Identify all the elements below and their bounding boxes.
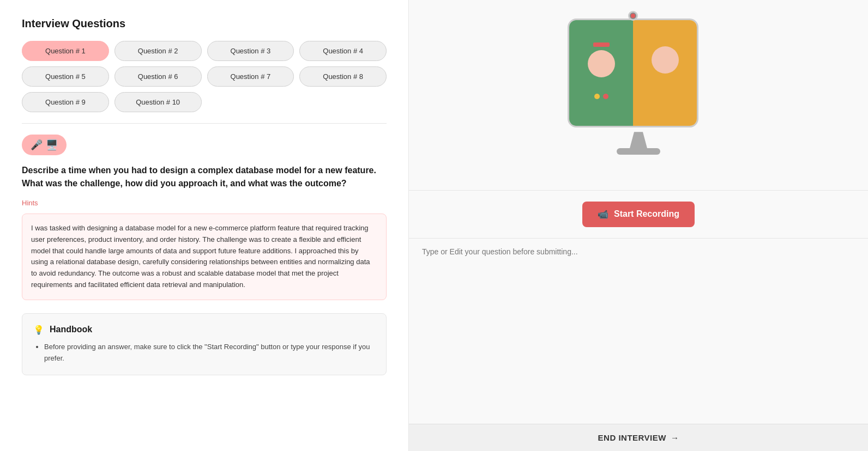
media-controls: 🎤 🖥️ [22,135,387,155]
person-body-right [649,78,682,105]
handbook-card: 💡 Handbook Before providing an answer, m… [22,313,387,376]
camera-dot [628,11,638,21]
monitor-stand [628,132,649,148]
question-btn-8[interactable]: Question # 8 [299,66,387,87]
question-btn-10[interactable]: Question # 10 [114,92,202,112]
divider-1 [22,123,387,124]
monitor-illustration [568,19,709,171]
handbook-title: 💡 Handbook [33,325,375,335]
video-container [409,0,868,191]
end-interview-label: END INTERVIEW [598,433,666,442]
end-interview-bar[interactable]: END INTERVIEW → [409,424,868,451]
question-btn-1[interactable]: Question # 1 [22,41,109,61]
question-btn-3[interactable]: Question # 3 [207,41,294,61]
hints-link[interactable]: Hints [22,199,38,207]
monitor-screen [568,19,698,127]
person-head-right [652,46,679,74]
question-grid: Question # 1Question # 2Question # 3Ques… [22,41,387,112]
question-text: Describe a time when you had to design a… [22,164,387,190]
question-btn-6[interactable]: Question # 6 [114,66,202,87]
start-recording-label: Start Recording [614,209,679,219]
lightbulb-icon: 💡 [33,325,44,335]
video-camera-icon: 📹 [598,209,608,220]
question-btn-2[interactable]: Question # 2 [114,41,202,61]
section-title: Interview Questions [22,17,387,30]
start-recording-button[interactable]: 📹 Start Recording [582,202,695,227]
handbook-list-item: Before providing an answer, make sure to… [44,342,375,364]
handbook-label: Handbook [50,325,92,334]
left-panel: Interview Questions Question # 1Question… [0,0,409,451]
mic-icon: 🎤 [31,139,43,151]
question-btn-9[interactable]: Question # 9 [22,92,109,112]
screen-icon: 🖥️ [46,139,58,151]
person-left [569,20,633,126]
question-btn-4[interactable]: Question # 4 [299,41,387,61]
end-interview-text: END INTERVIEW → [598,433,679,442]
question-btn-5[interactable]: Question # 5 [22,66,109,87]
person-body-left [585,82,618,109]
person-right [633,20,697,126]
question-textarea[interactable] [422,247,855,416]
mic-screen-btn[interactable]: 🎤 🖥️ [22,135,67,155]
controls-area: 📹 Start Recording [409,191,868,239]
arrow-right-icon: → [671,433,679,442]
textarea-area [409,239,868,424]
answer-text: I was tasked with designing a database m… [31,224,370,289]
monitor-base [617,148,660,155]
red-bar [593,42,610,47]
dot-red [603,94,608,99]
answer-box: I was tasked with designing a database m… [22,214,387,300]
question-btn-7[interactable]: Question # 7 [207,66,294,87]
right-panel: 📹 Start Recording END INTERVIEW → [409,0,868,451]
dot-yellow [594,94,600,99]
handbook-list: Before providing an answer, make sure to… [33,342,375,364]
person-head-left [588,50,615,77]
